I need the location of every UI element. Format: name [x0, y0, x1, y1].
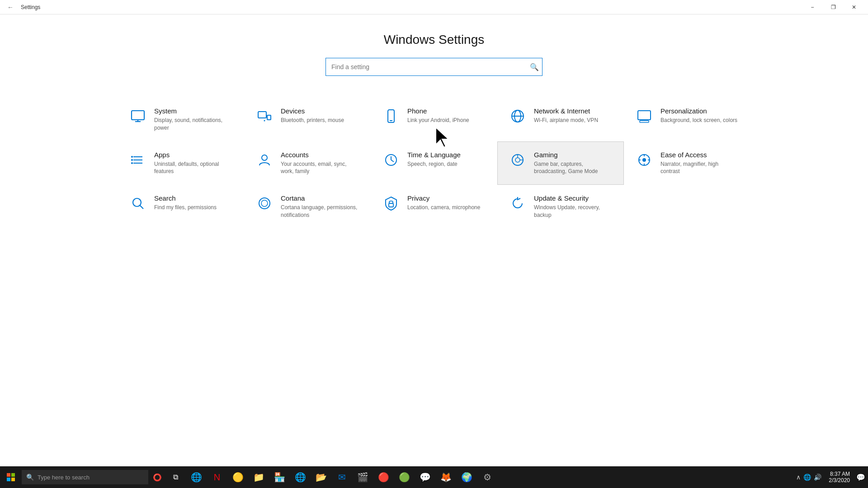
svg-point-27: [642, 158, 646, 162]
taskbar-app-files[interactable]: 📂: [311, 467, 331, 487]
taskbar-task-view[interactable]: ⧉: [166, 466, 184, 488]
taskbar-search-text: Type here to search: [38, 474, 90, 481]
setting-desc-phone: Link your Android, iPhone: [407, 117, 486, 124]
setting-text-devices: Devices Bluetooth, printers, mouse: [281, 107, 359, 124]
setting-icon-network: [509, 107, 527, 125]
svg-point-32: [133, 198, 141, 206]
setting-icon-system: [129, 107, 147, 125]
setting-item-ease[interactable]: Ease of Access Narrator, magnifier, high…: [624, 141, 750, 185]
setting-name-accounts: Accounts: [281, 151, 359, 159]
setting-name-network: Network & Internet: [534, 107, 613, 115]
taskbar-cortana[interactable]: ⭕: [148, 466, 166, 488]
setting-item-devices[interactable]: Devices Bluetooth, printers, mouse: [244, 98, 371, 141]
svg-line-23: [391, 160, 394, 162]
taskbar-search[interactable]: 🔍 Type here to search: [22, 470, 148, 484]
setting-desc-system: Display, sound, notifications, power: [154, 117, 233, 132]
title-bar-title: Settings: [21, 4, 40, 10]
setting-item-search[interactable]: Search Find my files, permissions: [118, 185, 244, 229]
svg-line-33: [140, 206, 144, 209]
svg-rect-41: [11, 478, 15, 481]
setting-item-system[interactable]: System Display, sound, notifications, po…: [118, 98, 244, 141]
setting-icon-apps: [129, 151, 147, 169]
taskbar-app-edge2[interactable]: 🌍: [457, 467, 476, 487]
taskbar-app-folder[interactable]: 📁: [249, 467, 269, 487]
svg-point-35: [261, 200, 268, 206]
taskbar-app-video[interactable]: 🎬: [353, 467, 373, 487]
title-bar-left: ← Settings: [4, 0, 40, 14]
taskbar-app-red[interactable]: 🔴: [373, 467, 393, 487]
setting-icon-ease: [635, 151, 653, 169]
svg-rect-39: [11, 473, 15, 477]
setting-text-phone: Phone Link your Android, iPhone: [407, 107, 486, 124]
setting-name-ease: Ease of Access: [660, 151, 739, 159]
taskbar-app-mso[interactable]: 🏪: [269, 467, 289, 487]
setting-item-gaming[interactable]: Gaming Game bar, captures, broadcasting,…: [497, 141, 624, 185]
taskbar-app-edge[interactable]: 🌐: [186, 467, 206, 487]
svg-point-25: [515, 158, 520, 162]
setting-item-phone[interactable]: Phone Link your Android, iPhone: [371, 98, 497, 141]
setting-item-personalization[interactable]: Personalization Background, lock screen,…: [624, 98, 750, 141]
search-container: 🔍: [326, 58, 542, 76]
taskbar-app-mail[interactable]: ✉: [332, 467, 352, 487]
setting-text-time: Time & Language Speech, region, date: [407, 151, 486, 168]
taskbar-app-netflix[interactable]: N: [207, 467, 227, 487]
main-content: Windows Settings 🔍 System Display, sound…: [0, 14, 868, 229]
taskbar: 🔍 Type here to search ⭕ ⧉ 🌐 N 🟡 📁 🏪 🌐 📂 …: [0, 466, 868, 488]
taskbar-app-settings[interactable]: ⚙: [477, 467, 497, 487]
back-button[interactable]: ←: [4, 0, 17, 14]
taskbar-app-green[interactable]: 🟢: [394, 467, 414, 487]
maximize-button[interactable]: ❐: [823, 0, 844, 14]
svg-point-20: [262, 155, 267, 160]
start-button[interactable]: [0, 466, 22, 488]
setting-text-apps: Apps Uninstall, defaults, optional featu…: [154, 151, 233, 176]
setting-item-time[interactable]: Time & Language Speech, region, date: [371, 141, 497, 185]
svg-rect-36: [389, 203, 393, 207]
setting-name-system: System: [154, 107, 233, 115]
taskbar-app-ie[interactable]: 🌐: [290, 467, 310, 487]
minimize-button[interactable]: −: [802, 0, 823, 14]
setting-desc-accounts: Your accounts, email, sync, work, family: [281, 160, 359, 176]
taskbar-tray: ∧ 🌐 🔊: [793, 466, 825, 488]
taskbar-clock[interactable]: 8:37 AM 2/3/2020: [825, 466, 854, 488]
setting-text-search: Search Find my files, permissions: [154, 194, 233, 211]
taskbar-app-skype[interactable]: 💬: [415, 467, 435, 487]
setting-item-cortana[interactable]: Cortana Cortana language, permissions, n…: [244, 185, 371, 229]
setting-text-system: System Display, sound, notifications, po…: [154, 107, 233, 132]
setting-icon-search: [129, 194, 147, 212]
setting-item-update[interactable]: Update & Security Windows Update, recove…: [497, 185, 624, 229]
setting-icon-privacy: [382, 194, 400, 212]
svg-point-34: [259, 198, 270, 209]
taskbar-notify[interactable]: 💬: [854, 466, 868, 488]
setting-name-search: Search: [154, 194, 233, 202]
setting-item-apps[interactable]: Apps Uninstall, defaults, optional featu…: [118, 141, 244, 185]
setting-desc-apps: Uninstall, defaults, optional features: [154, 160, 233, 176]
svg-point-17: [131, 156, 133, 158]
svg-point-18: [131, 159, 133, 161]
svg-point-19: [131, 162, 133, 164]
setting-icon-update: [509, 194, 527, 212]
taskbar-app-firefox[interactable]: 🦊: [436, 467, 456, 487]
setting-desc-time: Speech, region, date: [407, 160, 486, 168]
setting-desc-devices: Bluetooth, printers, mouse: [281, 117, 359, 124]
taskbar-app-chrome[interactable]: 🟡: [228, 467, 248, 487]
svg-rect-40: [7, 478, 10, 481]
search-icon-button[interactable]: 🔍: [530, 63, 539, 71]
setting-icon-cortana: [255, 194, 274, 212]
setting-name-apps: Apps: [154, 151, 233, 159]
setting-text-update: Update & Security Windows Update, recove…: [534, 194, 613, 219]
tray-sound[interactable]: 🔊: [814, 474, 821, 481]
search-input[interactable]: [326, 58, 542, 76]
taskbar-apps: 🌐 N 🟡 📁 🏪 🌐 📂 ✉ 🎬 🔴 🟢 💬 🦊 🌍 ⚙: [184, 467, 793, 487]
tray-network[interactable]: 🌐: [803, 474, 811, 481]
setting-item-accounts[interactable]: Accounts Your accounts, email, sync, wor…: [244, 141, 371, 185]
clock-time: 8:37 AM: [830, 471, 850, 477]
tray-expand[interactable]: ∧: [796, 474, 801, 481]
setting-text-cortana: Cortana Cortana language, permissions, n…: [281, 194, 359, 219]
setting-name-time: Time & Language: [407, 151, 486, 159]
title-bar-controls: − ❐ ✕: [802, 0, 864, 14]
taskbar-search-icon: 🔍: [26, 474, 34, 481]
setting-item-privacy[interactable]: Privacy Location, camera, microphone: [371, 185, 497, 229]
close-button[interactable]: ✕: [844, 0, 864, 14]
setting-item-network[interactable]: Network & Internet Wi-Fi, airplane mode,…: [497, 98, 624, 141]
setting-icon-gaming: [509, 151, 527, 169]
